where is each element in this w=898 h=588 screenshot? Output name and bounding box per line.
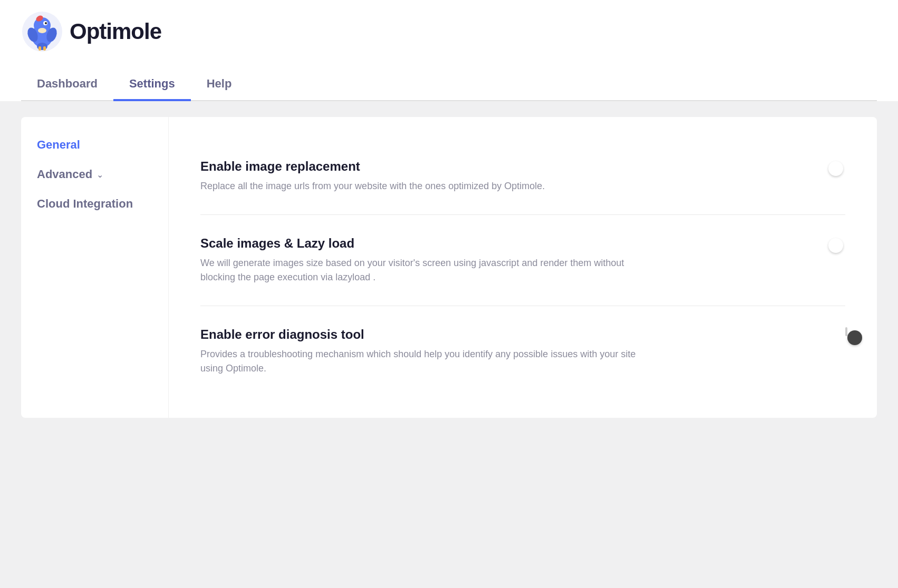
setting-title-error-diagnosis: Enable error diagnosis tool (200, 327, 675, 342)
sidebar-label-general: General (37, 138, 80, 151)
main-navigation: Dashboard Settings Help (21, 68, 877, 101)
sidebar-item-cloud-integration[interactable]: Cloud Integration (37, 197, 152, 211)
app-title: Optimole (70, 19, 161, 44)
sidebar-label-advanced: Advanced (37, 168, 92, 181)
svg-rect-10 (43, 46, 46, 51)
setting-desc-error-diagnosis: Provides a troubleshooting mechanism whi… (200, 347, 649, 376)
sidebar-item-advanced[interactable]: Advanced ⌄ (37, 168, 152, 181)
setting-text-error-diagnosis: Enable error diagnosis tool Provides a t… (200, 327, 675, 376)
tab-help[interactable]: Help (191, 68, 248, 101)
setting-desc-image-replacement: Replace all the image urls from your web… (200, 179, 649, 193)
setting-title-image-replacement: Enable image replacement (200, 159, 675, 174)
logo-area: Optimole (21, 11, 877, 63)
optimole-logo-icon (21, 11, 63, 53)
setting-row-error-diagnosis: Enable error diagnosis tool Provides a t… (200, 306, 845, 397)
setting-title-scale-lazy: Scale images & Lazy load (200, 236, 675, 251)
svg-point-5 (45, 22, 47, 24)
tab-settings[interactable]: Settings (113, 68, 191, 101)
settings-sidebar: General Advanced ⌄ Cloud Integration (21, 117, 169, 418)
setting-text-image-replacement: Enable image replacement Replace all the… (200, 159, 675, 193)
svg-rect-9 (38, 46, 41, 51)
chevron-down-icon: ⌄ (96, 170, 103, 180)
settings-panel: General Advanced ⌄ Cloud Integration Ena… (21, 117, 877, 418)
setting-row-scale-lazy: Scale images & Lazy load We will generat… (200, 215, 845, 306)
settings-content: Enable image replacement Replace all the… (169, 117, 877, 418)
setting-text-scale-lazy: Scale images & Lazy load We will generat… (200, 236, 675, 285)
sidebar-label-cloud-integration: Cloud Integration (37, 197, 133, 210)
setting-row-image-replacement: Enable image replacement Replace all the… (200, 138, 845, 215)
toggle-slider-error-diagnosis (845, 327, 847, 336)
svg-point-3 (38, 28, 46, 33)
content-area: General Advanced ⌄ Cloud Integration Ena… (0, 101, 898, 588)
setting-desc-scale-lazy: We will generate images size based on yo… (200, 256, 649, 285)
sidebar-item-general[interactable]: General (37, 138, 152, 152)
tab-dashboard[interactable]: Dashboard (21, 68, 113, 101)
header: Optimole Dashboard Settings Help (0, 0, 898, 101)
